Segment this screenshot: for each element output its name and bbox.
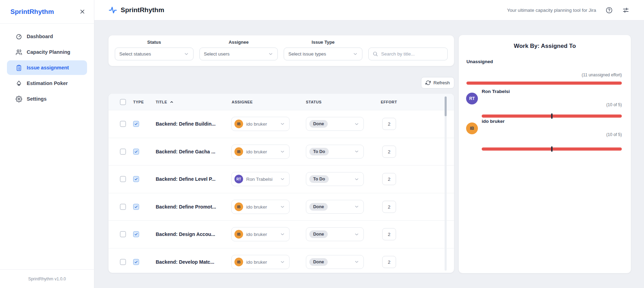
issue-title: Backend: Define Promot... (156, 204, 216, 210)
chevron-down-icon (280, 149, 285, 154)
issue-type-filter-select[interactable]: Select issue types (284, 48, 362, 60)
row-checkbox[interactable] (120, 259, 126, 265)
chevron-down-icon (268, 51, 273, 57)
work-by-entry-name: Ron Trabelsi (482, 89, 510, 94)
chevron-down-icon (353, 51, 358, 57)
status-filter-label: Status (115, 40, 194, 45)
effort-input[interactable] (382, 228, 396, 240)
assignee-dropdown[interactable]: IB ido bruker (231, 255, 290, 269)
sidebar-item-issue-assignment[interactable]: Issue assignment (7, 60, 87, 75)
status-dropdown[interactable]: Done (306, 200, 364, 214)
users-icon (16, 49, 22, 56)
issue-title: Backend: Design Accou... (156, 231, 215, 237)
status-dropdown[interactable]: Done (306, 117, 364, 131)
effort-input[interactable] (382, 173, 396, 185)
status-dropdown[interactable]: To Do (306, 145, 364, 159)
assignee-filter-value: Select users (204, 51, 230, 57)
issues-table-card: TYPE TITLE ASSIGNEE STATUS EFFORT Backen… (108, 93, 454, 273)
app-tagline: Your ultimate capacity planning tool for… (507, 8, 596, 13)
refresh-label: Refresh (433, 80, 450, 85)
sidebar-item-label: Issue assignment (27, 65, 69, 70)
capacity-caption: (10 of 5) (482, 102, 622, 107)
assignee-dropdown[interactable]: IB ido bruker (231, 144, 290, 159)
clipboard-icon (16, 65, 22, 71)
sidebar-item-estimation-poker[interactable]: Estimation Poker (7, 76, 87, 91)
gauge-icon (16, 33, 22, 40)
issue-type-filter-value: Select issue types (288, 51, 326, 57)
effort-input[interactable] (382, 256, 396, 268)
chevron-down-icon (280, 259, 285, 264)
search-icon (372, 51, 378, 57)
chevron-down-icon (184, 51, 189, 57)
effort-input[interactable] (382, 145, 396, 158)
main-content: Status Select statuses Assignee Select u… (94, 20, 644, 288)
assignee-dropdown[interactable]: IB ido bruker (231, 117, 290, 131)
spade-icon (16, 80, 22, 87)
assignee-name: ido bruker (246, 259, 277, 264)
status-dropdown[interactable]: To Do (306, 172, 364, 186)
task-type-icon (133, 149, 139, 154)
column-header-effort: EFFORT (381, 100, 397, 104)
assignee-dropdown[interactable]: RT Ron Trabelsi (231, 172, 290, 186)
column-header-assignee: ASSIGNEE (232, 100, 253, 104)
sidebar-item-capacity-planning[interactable]: Capacity Planning (7, 45, 87, 59)
table-scrollbar-thumb[interactable] (445, 96, 447, 116)
assignee-name: ido bruker (246, 232, 277, 237)
capacity-bar (482, 147, 622, 151)
table-row: Backend: Define Level P... RT Ron Trabel… (109, 166, 454, 193)
refresh-icon (426, 80, 431, 85)
close-icon[interactable] (79, 8, 86, 15)
chevron-down-icon (280, 121, 285, 127)
capacity-bar (482, 115, 622, 118)
status-dropdown[interactable]: Done (306, 255, 364, 269)
avatar: IB (234, 120, 243, 128)
effort-input[interactable] (382, 118, 396, 130)
assignee-name: ido bruker (246, 204, 277, 209)
avatar: IB (234, 230, 243, 239)
table-row: Backend: Define Promot... IB ido bruker … (109, 193, 454, 221)
assignee-filter-select[interactable]: Select users (199, 48, 278, 60)
assignee-dropdown[interactable]: IB ido bruker (231, 200, 290, 214)
refresh-button[interactable]: Refresh (421, 77, 454, 88)
row-checkbox[interactable] (120, 176, 126, 182)
chevron-down-icon (280, 232, 285, 237)
row-checkbox[interactable] (120, 204, 126, 210)
sidebar-item-dashboard[interactable]: Dashboard (7, 29, 87, 44)
issue-title: Backend: Define Level P... (156, 176, 215, 182)
capacity-limit-tick (551, 146, 552, 152)
help-button[interactable] (606, 7, 613, 14)
status-filter-value: Select statuses (119, 51, 151, 57)
issue-title: Backend: Define Buildin... (156, 121, 216, 127)
chevron-down-icon (354, 177, 359, 182)
table-scrollbar-track[interactable] (445, 96, 447, 271)
column-header-status: STATUS (306, 100, 321, 104)
issue-type-filter-label: Issue Type (284, 40, 362, 45)
title-search-box (368, 48, 448, 60)
sidebar: SprintRhythm Dashboard Capacity Planning… (0, 0, 94, 288)
effort-input[interactable] (382, 201, 396, 213)
sidebar-item-label: Dashboard (27, 34, 53, 39)
sidebar-item-settings[interactable]: Settings (7, 92, 87, 106)
status-dropdown[interactable]: Done (306, 227, 364, 241)
select-all-checkbox[interactable] (120, 99, 126, 105)
row-checkbox[interactable] (120, 149, 126, 154)
work-by-entry-name: Unassigned (466, 59, 493, 64)
preferences-sliders-button[interactable] (622, 7, 629, 14)
issue-title: Backend: Develop Matc... (156, 259, 214, 265)
assignee-dropdown[interactable]: IB ido bruker (231, 227, 290, 242)
work-by-entry-name: ido bruker (482, 119, 505, 124)
chevron-down-icon (354, 204, 359, 209)
assignee-filter-label: Assignee (199, 40, 278, 45)
row-checkbox[interactable] (120, 231, 126, 237)
status-badge: To Do (309, 148, 329, 155)
assignee-name: ido bruker (246, 121, 277, 127)
capacity-caption: (10 of 5) (482, 132, 622, 137)
status-filter-select[interactable]: Select statuses (115, 48, 194, 60)
search-input[interactable] (381, 51, 444, 57)
column-header-title[interactable]: TITLE (156, 100, 174, 104)
row-checkbox[interactable] (120, 121, 126, 127)
assignee-name: ido bruker (246, 149, 277, 154)
table-row: Backend: Develop Matc... IB ido bruker D… (109, 248, 454, 273)
task-type-icon (133, 121, 139, 127)
status-badge: Done (309, 120, 328, 128)
